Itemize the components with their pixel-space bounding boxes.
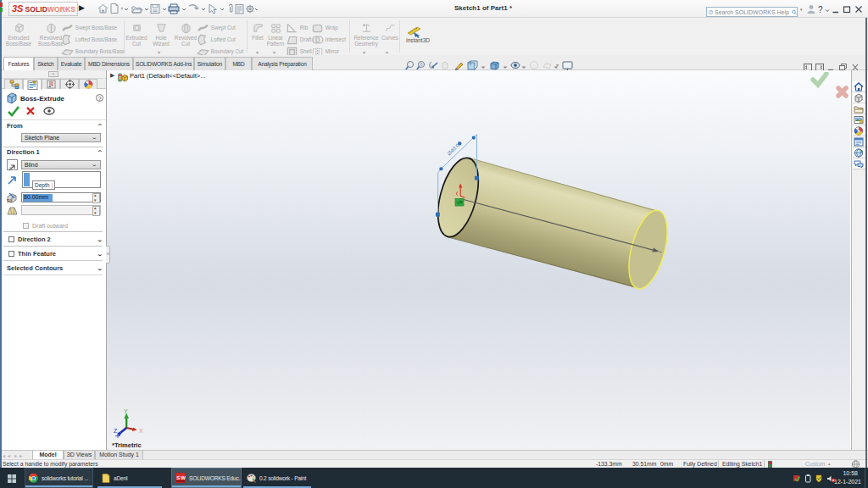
svg-text:W: W xyxy=(181,475,186,480)
svg-text:?: ? xyxy=(818,5,823,14)
svg-text:Y: Y xyxy=(124,408,128,414)
svg-text:?: ? xyxy=(709,10,711,14)
svg-text:X: X xyxy=(139,428,143,434)
svg-text:Z: Z xyxy=(114,428,118,434)
svg-text:S: S xyxy=(176,475,180,480)
svg-text:Ø40.00: Ø40.00 xyxy=(445,140,463,157)
